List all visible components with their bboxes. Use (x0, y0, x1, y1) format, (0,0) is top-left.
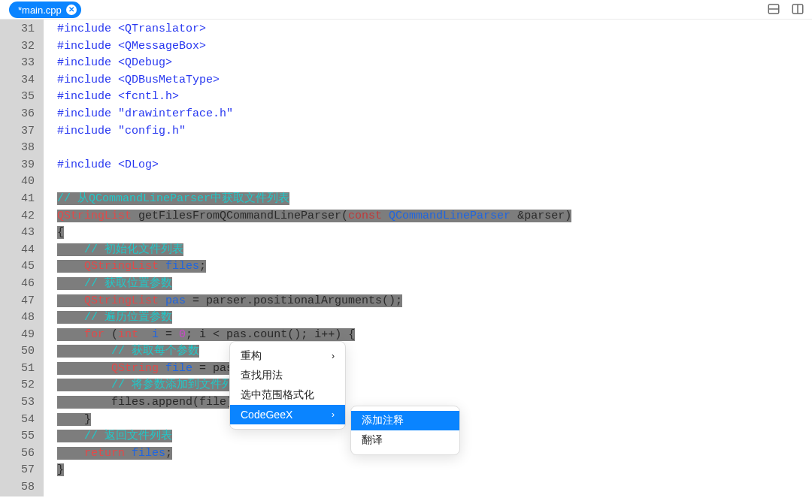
menu-item-label: CodeGeeX (241, 409, 292, 421)
code-line[interactable]: for (int i = 0; i < pas.count(); i++) { (57, 327, 812, 344)
menu-item-label: 重构 (241, 349, 262, 363)
line-number: 39 (0, 157, 35, 174)
code-line[interactable]: QStringList getFilesFromQCommandLinePars… (57, 208, 812, 225)
line-number: 52 (0, 377, 35, 394)
code-line[interactable] (57, 479, 812, 496)
code-line[interactable]: // 遍历位置参数 (57, 309, 812, 327)
menu-item[interactable]: 翻译 (351, 430, 459, 450)
line-number: 40 (0, 174, 35, 191)
line-number: 56 (0, 445, 35, 463)
menu-item[interactable]: 重构› (230, 346, 345, 366)
code-line[interactable]: // 获取位置参数 (57, 276, 812, 293)
line-number: 55 (0, 428, 35, 445)
line-number: 43 (0, 225, 35, 242)
menu-item[interactable]: CodeGeeX› (230, 405, 345, 424)
file-tab[interactable]: *main.cpp ✕ (9, 2, 81, 18)
line-number: 53 (0, 394, 35, 412)
line-number: 33 (0, 55, 35, 72)
code-line[interactable]: QStringList files; (57, 258, 812, 276)
line-number: 36 (0, 106, 35, 123)
chevron-right-icon: › (332, 409, 335, 420)
line-number: 48 (0, 309, 35, 327)
file-tab-label: *main.cpp (18, 5, 62, 16)
line-number: 49 (0, 327, 35, 344)
line-number: 34 (0, 72, 35, 89)
code-line[interactable] (57, 140, 812, 157)
code-line[interactable]: // 从QCommandLineParser中获取文件列表 (57, 191, 812, 208)
line-number: 44 (0, 242, 35, 259)
line-number: 58 (0, 479, 35, 496)
line-number-gutter: 3132333435363738394041424344454647484950… (0, 20, 44, 496)
line-number: 47 (0, 293, 35, 310)
menu-item[interactable]: 添加注释 (351, 411, 459, 430)
line-number: 54 (0, 412, 35, 429)
code-line[interactable]: { (57, 225, 812, 242)
menu-item-label: 翻译 (362, 433, 383, 447)
code-line[interactable]: // 获取每个参数 (57, 343, 812, 361)
line-number: 51 (0, 361, 35, 378)
code-line[interactable]: #include <QDebug> (57, 55, 812, 72)
menu-item-label: 选中范围格式化 (241, 388, 314, 402)
code-line[interactable]: #include <DLog> (57, 157, 812, 174)
line-number: 50 (0, 343, 35, 361)
code-line[interactable]: // 初始化文件列表 (57, 242, 812, 259)
code-line[interactable]: QStringList pas = parser.positionalArgum… (57, 293, 812, 310)
context-menu[interactable]: 重构›查找用法选中范围格式化CodeGeeX› (229, 341, 346, 430)
toolbar-right (767, 2, 804, 19)
code-line[interactable]: #include "config.h" (57, 123, 812, 140)
close-icon[interactable]: ✕ (66, 5, 77, 15)
line-number: 46 (0, 276, 35, 293)
code-line[interactable]: } (57, 462, 812, 479)
line-number: 42 (0, 208, 35, 225)
menu-item-label: 添加注释 (362, 414, 404, 427)
code-line[interactable] (57, 174, 812, 191)
code-line[interactable]: #include <QMessageBox> (57, 38, 812, 56)
menu-item[interactable]: 查找用法 (230, 366, 345, 385)
code-line[interactable]: #include "drawinterface.h" (57, 106, 812, 123)
split-vertical-icon[interactable] (791, 2, 804, 19)
menu-item[interactable]: 选中范围格式化 (230, 385, 345, 405)
code-line[interactable]: QString file = pas.at(i); (57, 361, 812, 378)
line-number: 45 (0, 258, 35, 276)
code-line[interactable]: #include <QTranslator> (57, 21, 812, 38)
context-submenu[interactable]: 添加注释翻译 (350, 406, 460, 455)
line-number: 41 (0, 191, 35, 208)
line-number: 57 (0, 462, 35, 479)
chevron-right-icon: › (332, 351, 335, 361)
tab-bar: *main.cpp ✕ (0, 0, 812, 20)
split-horizontal-icon[interactable] (767, 2, 780, 19)
line-number: 37 (0, 123, 35, 140)
line-number: 31 (0, 21, 35, 38)
line-number: 35 (0, 89, 35, 106)
line-number: 32 (0, 38, 35, 56)
code-line[interactable]: // 将参数添加到文件列表中 (57, 377, 812, 394)
menu-item-label: 查找用法 (241, 369, 283, 382)
code-line[interactable]: #include <QDBusMetaType> (57, 72, 812, 89)
code-line[interactable]: #include <fcntl.h> (57, 89, 812, 106)
line-number: 38 (0, 140, 35, 157)
